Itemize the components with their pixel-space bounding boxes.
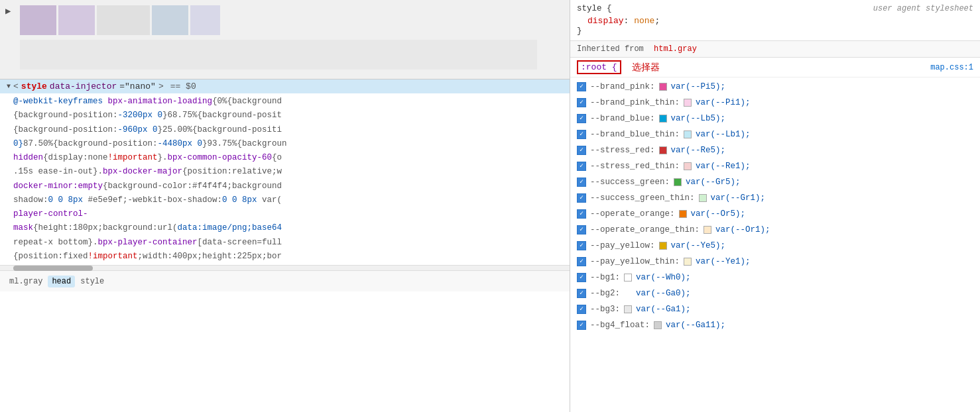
checkbox-brand-blue-thin[interactable] <box>577 130 586 139</box>
css-var-bg3: --bg3: var(--Ga1); <box>577 301 973 317</box>
attr-name: data-injector <box>50 81 117 91</box>
checkbox-stress-red-thin[interactable] <box>577 162 586 171</box>
preview-block-5 <box>190 5 220 35</box>
selector-label-group: :root { 选择器 <box>577 60 660 74</box>
swatch-stress-red[interactable] <box>659 146 667 154</box>
var-value-stress-red-thin: var(--Re1); <box>696 160 751 173</box>
code-line-7: docker-minor:empty{background-color:#f4f… <box>13 180 564 193</box>
checkbox-operate-orange[interactable] <box>577 209 586 219</box>
var-value-bg2: var(--Ga0); <box>636 287 691 300</box>
dom-preview-area: ▶ <box>0 0 570 79</box>
ua-property-value: none <box>634 16 654 26</box>
checkbox-bg4-float[interactable] <box>577 321 586 330</box>
breadcrumb-head[interactable]: head <box>48 276 75 287</box>
ua-style-header: style { user agent stylesheet <box>577 4 973 13</box>
expand-triangle[interactable]: ▼ <box>7 83 11 90</box>
var-name-brand-blue: --brand_blue: <box>590 112 655 125</box>
horizontal-scrollbar[interactable] <box>0 265 570 270</box>
checkbox-operate-orange-thin[interactable] <box>577 225 586 234</box>
checkbox-stress-red[interactable] <box>577 146 586 155</box>
checkbox-bg3[interactable] <box>577 305 586 314</box>
var-name-pay-yellow-thin: --pay_yellow_thin: <box>590 255 680 268</box>
var-name-stress-red: --stress_red: <box>590 144 655 157</box>
checkbox-pay-yellow-thin[interactable] <box>577 257 586 266</box>
checkbox-success-green-thin[interactable] <box>577 193 586 203</box>
var-value-brand-blue: var(--Lb5); <box>671 112 726 125</box>
swatch-bg4-float[interactable] <box>654 321 662 329</box>
css-var-brand-pink: --brand_pink: var(--Pi5); <box>577 79 973 95</box>
preview-block-wide <box>20 40 537 70</box>
tag-name: style <box>21 81 47 91</box>
preview-block-3 <box>97 5 150 35</box>
swatch-bg3[interactable] <box>624 305 632 313</box>
checkbox-success-green[interactable] <box>577 178 586 187</box>
swatch-success-green-thin[interactable] <box>699 194 707 202</box>
swatch-stress-red-thin[interactable] <box>684 162 692 170</box>
css-var-operate-orange: --operate_orange: var(--Or5); <box>577 206 973 222</box>
var-value-brand-pink-thin: var(--Pi1); <box>696 96 751 109</box>
var-value-brand-blue-thin: var(--Lb1); <box>696 128 751 141</box>
swatch-brand-pink[interactable] <box>659 83 667 91</box>
code-line-2: {background-position:-3200px 0}68.75%{ba… <box>13 109 564 123</box>
inherited-from-selector: html.gray <box>654 44 697 54</box>
root-selector-box[interactable]: :root { <box>577 60 621 74</box>
user-agent-style-section: style { user agent stylesheet display: n… <box>570 0 980 41</box>
css-var-stress-red: --stress_red: var(--Re5); <box>577 142 973 158</box>
var-value-brand-pink: var(--Pi5); <box>671 80 726 93</box>
swatch-pay-yellow-thin[interactable] <box>684 258 692 266</box>
checkbox-brand-pink-thin[interactable] <box>577 98 586 107</box>
inherited-from-label: Inherited from <box>577 44 644 54</box>
swatch-bg1[interactable] <box>624 274 632 282</box>
inherited-from-header: Inherited from html.gray <box>570 41 980 58</box>
ua-property-name: display <box>587 16 624 26</box>
swatch-brand-blue[interactable] <box>659 115 667 123</box>
css-variables-list: --brand_pink: var(--Pi5); --brand_pink_t… <box>570 77 980 412</box>
swatch-operate-orange-thin[interactable] <box>704 226 711 234</box>
var-name-brand-pink: --brand_pink: <box>590 80 655 93</box>
var-value-bg1: var(--Wh0); <box>636 271 691 284</box>
preview-block-1 <box>20 5 56 35</box>
checkbox-pay-yellow[interactable] <box>577 241 586 250</box>
dollar-ref: == $0 <box>170 81 196 91</box>
checkbox-brand-pink[interactable] <box>577 82 586 91</box>
swatch-brand-pink-thin[interactable] <box>684 99 692 107</box>
breadcrumb-style[interactable]: style <box>76 276 108 287</box>
checkbox-bg2[interactable] <box>577 289 586 298</box>
code-line-9: player-control- <box>13 207 564 221</box>
dom-inspector-panel: ▶ ▼ <style data-injector="nano" > == $0 <box>0 0 570 412</box>
ua-closing-brace: } <box>577 26 973 36</box>
var-value-success-green: var(--Gr5); <box>686 176 741 189</box>
var-value-pay-yellow-thin: var(--Ye1); <box>696 255 751 268</box>
swatch-operate-orange[interactable] <box>679 210 687 218</box>
scrollbar-thumb[interactable] <box>13 266 93 271</box>
styles-panel: style { user agent stylesheet display: n… <box>570 0 980 412</box>
var-value-bg4-float: var(--Ga11); <box>666 319 725 332</box>
dom-selected-element[interactable]: ▼ <style data-injector="nano" > == $0 <box>0 79 570 93</box>
breadcrumb-ml-gray[interactable]: ml.gray <box>5 276 46 287</box>
selector-chinese-label: 选择器 <box>632 62 660 74</box>
css-var-bg2: --bg2: var(--Ga0); <box>577 285 973 301</box>
var-name-bg3: --bg3: <box>590 303 620 316</box>
var-name-operate-orange-thin: --operate_orange_thin: <box>590 223 700 236</box>
var-name-success-green-thin: --success_green_thin: <box>590 191 695 205</box>
css-var-brand-blue-thin: --brand_blue_thin: var(--Lb1); <box>577 127 973 142</box>
css-var-brand-pink-thin: --brand_pink_thin: var(--Pi1); <box>577 95 973 111</box>
dom-code-area: @-webkit-keyframes bpx-animation-loading… <box>0 93 570 265</box>
ua-style-source: user agent stylesheet <box>873 4 973 13</box>
var-value-operate-orange: var(--Or5); <box>691 207 746 221</box>
attr-equals: ="nano" <box>119 81 156 91</box>
swatch-brand-blue-thin[interactable] <box>684 130 692 138</box>
css-var-pay-yellow: --pay_yellow: var(--Ye5); <box>577 238 973 254</box>
swatch-pay-yellow[interactable] <box>659 242 667 250</box>
close-bracket: > <box>158 81 164 91</box>
preview-block-2 <box>58 5 95 35</box>
css-var-pay-yellow-thin: --pay_yellow_thin: var(--Ye1); <box>577 254 973 270</box>
checkbox-brand-blue[interactable] <box>577 114 586 123</box>
code-line-12: {position:fixed!important;width:400px;he… <box>13 250 564 264</box>
swatch-success-green[interactable] <box>674 178 682 186</box>
checkbox-bg1[interactable] <box>577 273 586 282</box>
preview-block-4 <box>152 5 188 35</box>
ua-style-rule: style { <box>577 4 612 13</box>
code-line-3: {background-position:-960px 0}25.00%{bac… <box>13 123 564 137</box>
file-reference[interactable]: map.css:1 <box>930 63 973 72</box>
